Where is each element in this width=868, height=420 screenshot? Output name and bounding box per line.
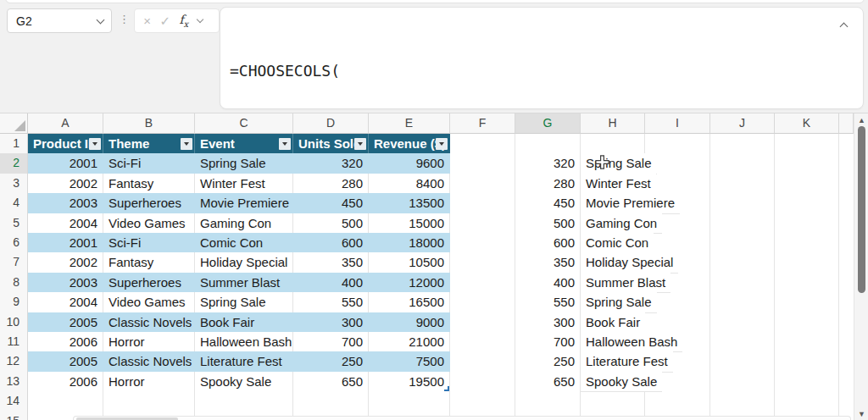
cell-G3[interactable]: 280 [515,174,581,194]
cell-H4[interactable]: Movie Premiere [581,193,680,213]
cell-C13[interactable]: Spooky Sale [195,372,293,392]
cell-D11[interactable]: 700 [293,332,369,352]
cell-E8[interactable]: 12000 [369,273,450,293]
column-header-H[interactable]: H [581,113,645,134]
cell-H11[interactable]: Halloween Bash [581,332,682,352]
cell-D12[interactable]: 250 [293,351,369,372]
cell-G6[interactable]: 600 [515,233,581,253]
cell-X8[interactable] [839,273,854,293]
cell-J7[interactable] [710,252,775,273]
row-header-10[interactable]: 10 [0,312,28,333]
cell-E12[interactable]: 7500 [369,351,450,372]
cell-G12[interactable]: 250 [515,351,581,372]
cell-C12[interactable]: Literature Fest [195,351,293,372]
horizontal-scrollbar[interactable] [73,416,851,420]
cell-E13[interactable]: 19500 [369,372,450,392]
cell-E9[interactable]: 16500 [369,292,450,312]
cell-F5[interactable] [450,213,515,234]
cell-K9[interactable] [775,292,839,312]
row-header-3[interactable]: 3 [0,174,28,194]
cell-B3[interactable]: Fantasy [103,174,195,194]
row-header-15[interactable]: 15 [0,412,28,420]
column-header-F[interactable]: F [450,113,515,134]
cell-J3[interactable] [710,174,775,194]
cell-H7[interactable]: Holiday Special [581,252,678,273]
cell-K8[interactable] [775,273,839,293]
scroll-down-icon[interactable]: ▼ [854,409,868,419]
cell-X11[interactable] [839,332,854,352]
row-header-1[interactable]: 1 [0,134,28,154]
cell-X9[interactable] [839,292,854,312]
cell-D10[interactable]: 300 [293,312,369,333]
cell-F9[interactable] [450,292,515,312]
cell-J12[interactable] [710,351,775,372]
chevron-down-icon[interactable] [97,15,105,24]
cell-D7[interactable]: 350 [293,252,369,273]
cell-C6[interactable]: Comic Con [195,233,293,253]
cell-G8[interactable]: 400 [515,273,581,293]
cell-I6[interactable] [645,233,710,253]
column-header-partial[interactable] [839,113,854,134]
cell-X1[interactable] [839,134,854,154]
cell-C9[interactable]: Spring Sale [195,292,293,312]
cell-G2[interactable]: 320 [515,153,581,174]
cell-A5[interactable]: 2004 [28,213,103,234]
row-header-4[interactable]: 4 [0,193,28,213]
cell-J14[interactable] [710,391,775,412]
cell-I1[interactable] [645,134,710,154]
cell-F14[interactable] [450,391,515,412]
cell-B6[interactable]: Sci-Fi [103,233,195,253]
cell-J8[interactable] [710,273,775,293]
cell-K10[interactable] [775,312,839,333]
cell-J2[interactable] [710,153,775,174]
cell-D3[interactable]: 280 [293,174,369,194]
cell-B9[interactable]: Video Games [103,292,195,312]
row-header-7[interactable]: 7 [0,252,28,273]
cell-H3[interactable]: Winter Fest [581,174,656,194]
cell-A4[interactable]: 2003 [28,193,103,213]
cell-D8[interactable]: 400 [293,273,369,293]
cell-C5[interactable]: Gaming Con [195,213,293,234]
cell-A9[interactable]: 2004 [28,292,103,312]
cell-E7[interactable]: 10500 [369,252,450,273]
cell-K6[interactable] [775,233,839,253]
chevron-down-icon[interactable] [196,16,203,23]
cell-B1[interactable]: Theme [103,134,195,154]
cell-G13[interactable]: 650 [515,372,581,392]
row-header-8[interactable]: 8 [0,273,28,293]
cell-H9[interactable]: Spring Sale [581,292,657,312]
cell-H12[interactable]: Literature Fest [581,351,673,372]
cell-E4[interactable]: 13500 [369,193,450,213]
row-header-6[interactable]: 6 [0,233,28,253]
row-header-14[interactable]: 14 [0,391,28,412]
filter-button[interactable] [436,138,448,150]
cell-F6[interactable] [450,233,515,253]
cell-A12[interactable]: 2005 [28,351,103,372]
cell-J11[interactable] [710,332,775,352]
cell-C7[interactable]: Holiday Special [195,252,293,273]
select-all-button[interactable] [0,113,28,134]
cell-A7[interactable]: 2002 [28,252,103,273]
cell-C2[interactable]: Spring Sale [195,153,293,174]
cell-B4[interactable]: Superheroes [103,193,195,213]
cell-F8[interactable] [450,273,515,293]
cell-H5[interactable]: Gaming Con [581,213,662,234]
cell-A6[interactable]: 2001 [28,233,103,253]
cell-X13[interactable] [839,372,854,392]
cell-H10[interactable]: Book Fair [581,312,645,333]
cell-X7[interactable] [839,252,854,273]
name-box[interactable]: G2 [7,8,112,33]
cell-I14[interactable] [645,391,710,412]
row-header-13[interactable]: 13 [0,372,28,392]
row-header-11[interactable]: 11 [0,332,28,352]
cell-H6[interactable]: Comic Con [581,233,654,253]
cell-K2[interactable] [775,153,839,174]
cell-G9[interactable]: 550 [515,292,581,312]
cell-E6[interactable]: 18000 [369,233,450,253]
cell-A8[interactable]: 2003 [28,273,103,293]
cell-D2[interactable]: 320 [293,153,369,174]
cell-F13[interactable] [450,372,515,392]
filter-button[interactable] [279,138,291,150]
cell-G14[interactable] [515,391,581,412]
row-header-12[interactable]: 12 [0,351,28,372]
